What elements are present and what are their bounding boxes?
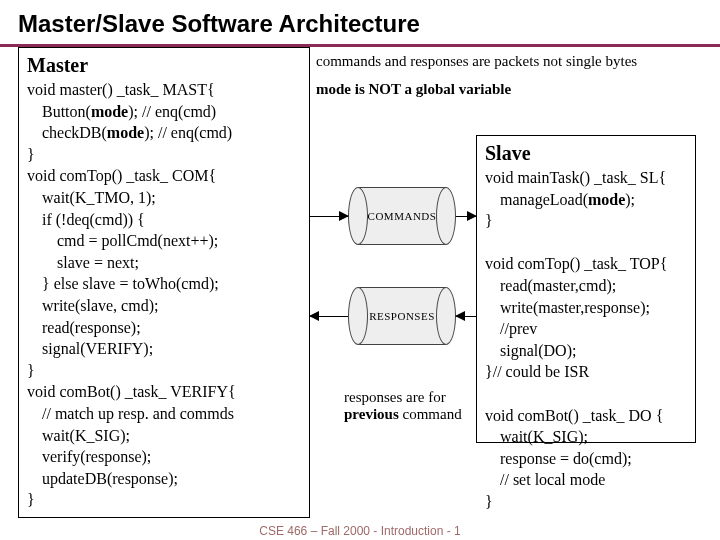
note-responses: responses are for previous command bbox=[344, 389, 462, 423]
code-line bbox=[485, 383, 687, 405]
code-line: Button(mode); // enq(cmd) bbox=[27, 101, 301, 123]
code-line: // set local mode bbox=[485, 469, 687, 491]
commands-queue: COMMANDS bbox=[348, 187, 456, 245]
code-line: } bbox=[485, 491, 687, 513]
code-line: } else slave = toWho(cmd); bbox=[27, 273, 301, 295]
code-line: read(master,cmd); bbox=[485, 275, 687, 297]
code-line: wait(K_TMO, 1); bbox=[27, 187, 301, 209]
code-line: } bbox=[485, 210, 687, 232]
diagram-content: Master void master() _task_ MAST{ Button… bbox=[0, 47, 720, 55]
arrow-commands-to-slave bbox=[456, 216, 476, 217]
code-line: } bbox=[27, 360, 301, 382]
code-line: slave = next; bbox=[27, 252, 301, 274]
code-line: } bbox=[27, 144, 301, 166]
code-line: void comBot() _task_ DO { bbox=[485, 405, 687, 427]
code-line: read(response); bbox=[27, 317, 301, 339]
page-title: Master/Slave Software Architecture bbox=[0, 0, 720, 44]
slave-code-box: Slave void mainTask() _task_ SL{ manageL… bbox=[476, 135, 696, 443]
note-mode-global: mode is NOT a global variable bbox=[316, 81, 511, 98]
cylinder-cap bbox=[348, 287, 368, 345]
code-line: verify(response); bbox=[27, 446, 301, 468]
code-line: }// could be ISR bbox=[485, 361, 687, 383]
master-heading: Master bbox=[27, 52, 301, 79]
code-line: write(master,response); //prev bbox=[485, 297, 687, 340]
code-line bbox=[485, 232, 687, 254]
note-packets: commands and responses are packets not s… bbox=[316, 53, 637, 70]
responses-queue: RESPONSES bbox=[348, 287, 456, 345]
cylinder-cap bbox=[436, 187, 456, 245]
code-line: manageLoad(mode); bbox=[485, 189, 687, 211]
slave-heading: Slave bbox=[485, 140, 687, 167]
arrow-slave-to-responses bbox=[456, 316, 476, 317]
code-line: write(slave, cmd); bbox=[27, 295, 301, 317]
code-line: void comTop() _task_ TOP{ bbox=[485, 253, 687, 275]
cylinder-label: RESPONSES bbox=[358, 287, 446, 345]
code-line: void comTop() _task_ COM{ bbox=[27, 165, 301, 187]
code-line: checkDB(mode); // enq(cmd) bbox=[27, 122, 301, 144]
master-code-box: Master void master() _task_ MAST{ Button… bbox=[18, 47, 310, 518]
code-line: void master() _task_ MAST{ bbox=[27, 79, 301, 101]
arrow-responses-to-master bbox=[310, 316, 348, 317]
code-line: cmd = pollCmd(next++); bbox=[27, 230, 301, 252]
code-line: signal(VERIFY); bbox=[27, 338, 301, 360]
code-line: void comBot() _task_ VERIFY{ bbox=[27, 381, 301, 403]
arrow-master-to-commands bbox=[310, 216, 348, 217]
code-line: } bbox=[27, 489, 301, 511]
code-line: updateDB(response); bbox=[27, 468, 301, 490]
code-line: signal(DO); bbox=[485, 340, 687, 362]
code-line: // match up resp. and commds bbox=[27, 403, 301, 425]
footer-text: CSE 466 – Fall 2000 - Introduction - 1 bbox=[0, 524, 720, 538]
cylinder-label: COMMANDS bbox=[358, 187, 446, 245]
cylinder-cap bbox=[348, 187, 368, 245]
cylinder-cap bbox=[436, 287, 456, 345]
code-line: void mainTask() _task_ SL{ bbox=[485, 167, 687, 189]
code-line: wait(K_SIG); bbox=[27, 425, 301, 447]
code-line: wait(K_SIG); bbox=[485, 426, 687, 448]
code-line: response = do(cmd); bbox=[485, 448, 687, 470]
code-line: if (!deq(cmd)) { bbox=[27, 209, 301, 231]
